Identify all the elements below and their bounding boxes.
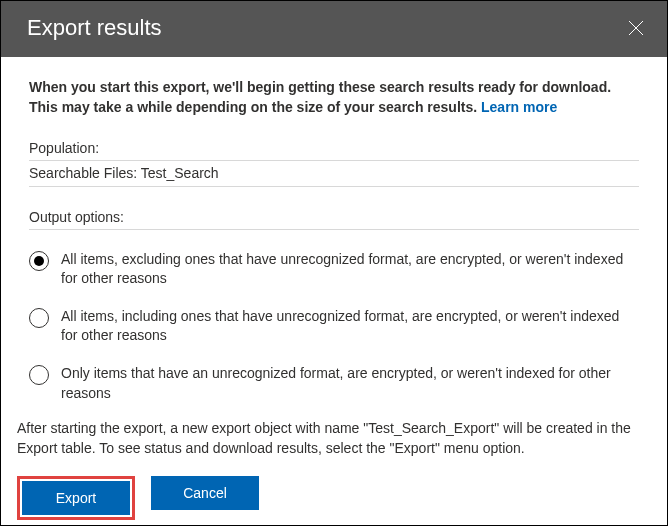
export-button[interactable]: Export <box>22 481 130 515</box>
learn-more-link[interactable]: Learn more <box>481 99 557 115</box>
cancel-button[interactable]: Cancel <box>151 476 259 510</box>
dialog-content: When you start this export, we'll begin … <box>1 57 667 525</box>
radio-icon[interactable] <box>29 365 49 385</box>
radio-label: All items, excluding ones that have unre… <box>61 250 639 289</box>
output-options-label: Output options: <box>29 209 639 230</box>
intro-text: When you start this export, we'll begin … <box>29 77 639 118</box>
dialog-title: Export results <box>27 15 162 41</box>
output-option-3[interactable]: Only items that have an unrecognized for… <box>29 356 639 413</box>
footer-note: After starting the export, a new export … <box>17 419 651 458</box>
button-row: Export Cancel <box>17 476 639 520</box>
population-label: Population: <box>29 140 639 161</box>
radio-icon[interactable] <box>29 251 49 271</box>
radio-label: All items, including ones that have unre… <box>61 307 639 346</box>
dialog-header: Export results <box>1 1 667 57</box>
output-option-2[interactable]: All items, including ones that have unre… <box>29 299 639 356</box>
output-options-group: All items, excluding ones that have unre… <box>29 242 639 414</box>
radio-label: Only items that have an unrecognized for… <box>61 364 639 403</box>
radio-icon[interactable] <box>29 308 49 328</box>
population-value: Searchable Files: Test_Search <box>29 161 639 187</box>
output-option-1[interactable]: All items, excluding ones that have unre… <box>29 242 639 299</box>
close-icon <box>627 19 645 37</box>
export-button-highlight: Export <box>17 476 135 520</box>
close-button[interactable] <box>623 15 649 41</box>
